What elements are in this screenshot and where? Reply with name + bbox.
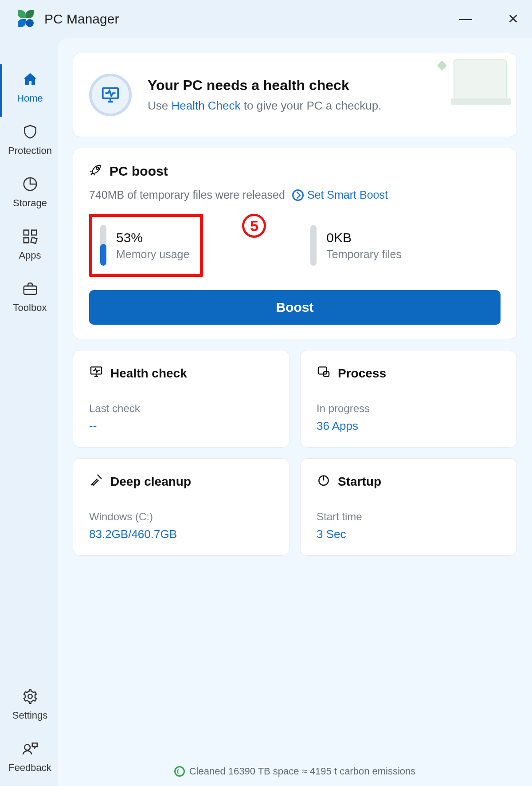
sidebar-item-label: Apps bbox=[19, 250, 41, 261]
process-value: 36 Apps bbox=[317, 419, 501, 433]
main-content: Your PC needs a health check Use Health … bbox=[58, 38, 532, 786]
sidebar-item-feedback[interactable]: Feedback bbox=[0, 734, 58, 786]
titlebar: PC Manager — ✕ bbox=[0, 0, 532, 38]
sidebar-item-settings[interactable]: Settings bbox=[0, 681, 58, 734]
health-check-tile[interactable]: Health check Last check -- bbox=[73, 350, 289, 448]
sidebar-item-label: Protection bbox=[8, 145, 52, 157]
broom-icon bbox=[89, 473, 103, 490]
svg-rect-4 bbox=[31, 237, 37, 244]
gauge-icon bbox=[292, 189, 304, 201]
startup-value: 3 Sec bbox=[317, 527, 501, 541]
cleanup-key: Windows (C:) bbox=[89, 511, 273, 523]
footer-stats: Cleaned 16390 TB space ≈ 4195 t carbon e… bbox=[58, 766, 532, 777]
sidebar-item-apps[interactable]: Apps bbox=[0, 221, 58, 274]
svg-rect-3 bbox=[23, 238, 28, 243]
pc-boost-card: PC boost 740MB of temporary files were r… bbox=[73, 148, 517, 339]
health-check-link[interactable]: Health Check bbox=[171, 99, 240, 112]
memory-label: Memory usage bbox=[116, 248, 189, 261]
sidebar: Home Protection Storage Apps Toolbox bbox=[0, 38, 58, 786]
temp-pill-icon bbox=[310, 225, 317, 266]
annotation-5-icon: 5 bbox=[242, 214, 266, 238]
cleanup-value: 83.2GB/460.7GB bbox=[89, 527, 273, 541]
process-icon bbox=[317, 365, 331, 382]
sidebar-item-label: Settings bbox=[12, 710, 48, 721]
minimize-button[interactable]: — bbox=[454, 9, 477, 28]
boost-released-text: 740MB of temporary files were released bbox=[89, 189, 285, 201]
leaf-deco-icon bbox=[437, 61, 447, 71]
feedback-icon bbox=[21, 740, 39, 758]
temp-label: Temporary files bbox=[326, 248, 402, 261]
svg-rect-11 bbox=[318, 367, 327, 374]
startup-tile[interactable]: Startup Start time 3 Sec bbox=[300, 458, 517, 556]
window-controls: — ✕ bbox=[454, 9, 523, 28]
memory-value: 53% bbox=[116, 230, 189, 245]
svg-point-6 bbox=[28, 694, 32, 699]
health-key: Last check bbox=[89, 402, 273, 415]
svg-rect-5 bbox=[23, 286, 36, 295]
health-value: -- bbox=[89, 419, 273, 433]
svg-rect-1 bbox=[23, 230, 28, 235]
memory-pill-icon bbox=[100, 225, 106, 266]
startup-key: Start time bbox=[317, 511, 501, 523]
sidebar-item-protection[interactable]: Protection bbox=[0, 117, 58, 169]
toolbox-icon bbox=[21, 280, 39, 298]
svg-point-9 bbox=[96, 167, 98, 169]
boost-title: PC boost bbox=[89, 162, 501, 180]
gear-icon bbox=[21, 688, 39, 705]
set-smart-boost-link[interactable]: Set Smart Boost bbox=[292, 189, 388, 201]
sidebar-item-label: Storage bbox=[13, 197, 47, 209]
close-button[interactable]: ✕ bbox=[503, 9, 523, 28]
shield-icon bbox=[21, 123, 39, 141]
sidebar-item-label: Toolbox bbox=[13, 302, 47, 314]
power-icon bbox=[317, 473, 331, 490]
svg-point-7 bbox=[24, 745, 30, 751]
svg-rect-2 bbox=[31, 230, 36, 235]
rocket-icon bbox=[89, 162, 103, 180]
apps-icon bbox=[21, 228, 39, 245]
process-tile[interactable]: Process In progress 36 Apps bbox=[300, 350, 517, 448]
deep-cleanup-tile[interactable]: Deep cleanup Windows (C:) 83.2GB/460.7GB bbox=[73, 458, 289, 556]
sidebar-item-toolbox[interactable]: Toolbox bbox=[0, 274, 58, 326]
temp-value: 0KB bbox=[326, 230, 402, 245]
memory-usage-stat: 53% Memory usage bbox=[100, 225, 189, 266]
process-key: In progress bbox=[317, 402, 501, 415]
boost-button[interactable]: Boost bbox=[89, 290, 501, 325]
memory-highlight-box: 53% Memory usage bbox=[89, 214, 203, 277]
health-check-icon bbox=[89, 365, 103, 382]
laptop-deco-icon bbox=[454, 59, 507, 99]
app-title: PC Manager bbox=[44, 12, 119, 27]
health-hero-card[interactable]: Your PC needs a health check Use Health … bbox=[73, 53, 517, 137]
hero-title: Your PC needs a health check bbox=[148, 77, 382, 94]
pie-icon bbox=[21, 175, 39, 193]
sidebar-item-storage[interactable]: Storage bbox=[0, 169, 58, 221]
sidebar-item-home[interactable]: Home bbox=[0, 64, 58, 117]
temp-files-stat: 0KB Temporary files bbox=[310, 214, 402, 277]
health-monitor-icon bbox=[89, 74, 132, 116]
eco-globe-icon bbox=[174, 766, 185, 777]
home-icon bbox=[21, 71, 39, 88]
hero-subtitle: Use Health Check to give your PC a check… bbox=[148, 99, 382, 113]
app-logo-icon bbox=[18, 10, 35, 28]
sidebar-item-label: Home bbox=[17, 93, 43, 104]
sidebar-item-label: Feedback bbox=[8, 762, 51, 774]
